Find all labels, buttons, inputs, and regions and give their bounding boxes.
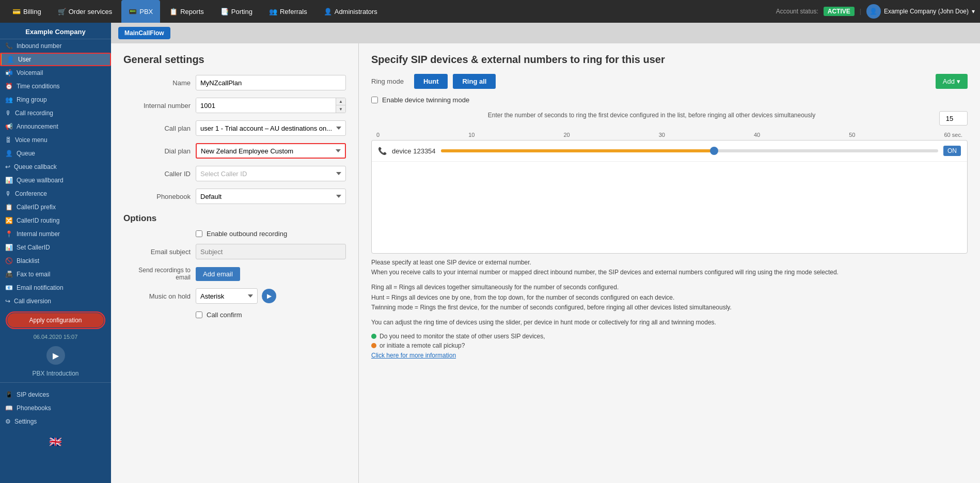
reports-icon: 📋 <box>169 8 178 15</box>
main-call-flow-button[interactable]: MainCallFlow <box>118 27 170 39</box>
conference-icon: 🎙 <box>5 190 11 197</box>
internal-number-row: Internal number ▲ ▼ <box>123 98 346 113</box>
apply-configuration-button[interactable]: Apply configuration <box>7 313 104 328</box>
sidebar-item-phonebooks[interactable]: 📖 Phonebooks <box>0 401 111 415</box>
sidebar-item-sip-devices[interactable]: 📱 SIP devices <box>0 388 111 401</box>
device-name: device 123354 <box>392 147 436 155</box>
sidebar-item-call-diversion[interactable]: ↪ Call diversion <box>0 294 111 308</box>
bullet-green-text: Do you need to monitor the state of othe… <box>380 333 545 340</box>
outbound-recording-row: Enable outbound recording <box>196 230 346 238</box>
nav-tab-order-services[interactable]: 🛒 Order services <box>51 0 120 23</box>
slider-fill <box>441 149 715 152</box>
music-on-hold-row: Music on hold Asterisk ▶ <box>123 288 346 304</box>
slider-thumb[interactable] <box>710 147 718 155</box>
sidebar-item-voicemail[interactable]: 📬 Voicemail <box>0 66 111 80</box>
bullet-orange-row: or initiate a remote call pickup? <box>371 342 968 349</box>
sidebar-item-set-callerid[interactable]: 📊 Set CallerID <box>0 241 111 254</box>
queue-icon: 👤 <box>5 150 13 157</box>
sidebar-timestamp: 06.04.2020 15:07 <box>0 333 111 343</box>
sidebar-item-internal-number[interactable]: 📍 Internal number <box>0 227 111 241</box>
sidebar-item-call-recording[interactable]: 🎙 Call recording <box>0 106 111 120</box>
sidebar-item-queue-callback[interactable]: ↩ Queue callback <box>0 160 111 174</box>
sidebar-company-name: Example Company <box>0 23 111 39</box>
bullet-green-row: Do you need to monitor the state of othe… <box>371 333 968 340</box>
nav-tab-pbx[interactable]: 📟 PBX <box>121 0 160 23</box>
phone-icon: 📞 <box>378 147 387 155</box>
sidebar-item-announcement[interactable]: 📢 Announcement <box>0 120 111 133</box>
call-plan-select[interactable]: user 1 - Trial account – AU destinations… <box>196 120 346 136</box>
sidebar-item-ring-group[interactable]: 👥 Ring group <box>0 93 111 106</box>
callerid-routing-icon: 🔀 <box>5 217 13 224</box>
sidebar-item-user[interactable]: 👤 User <box>0 53 111 66</box>
email-subject-label: Email subject <box>123 248 191 256</box>
caller-id-label: Caller ID <box>123 170 191 178</box>
dial-plan-select[interactable]: New Zeland Employee Custom <box>196 143 346 159</box>
phonebook-select[interactable]: Default <box>196 189 346 204</box>
music-on-hold-select[interactable]: Asterisk <box>196 288 258 304</box>
time-conditions-icon: ⏰ <box>5 83 13 90</box>
phonebook-row: Phonebook Default <box>123 189 346 204</box>
spinner-down-icon[interactable]: ▼ <box>336 105 345 113</box>
pbx-icon: 📟 <box>129 8 137 15</box>
options-title: Options <box>123 213 346 224</box>
right-panel-title: Specify SIP devices & external numbers t… <box>371 54 968 66</box>
green-bullet-icon <box>371 334 376 339</box>
sidebar-item-callerid-prefix[interactable]: 📋 CallerID prefix <box>0 200 111 214</box>
call-diversion-icon: ↪ <box>5 298 10 305</box>
ring-seconds-input[interactable] <box>939 111 968 126</box>
user-menu[interactable]: 👤 Example Company (John Doe) ▾ <box>866 4 975 19</box>
account-status-badge: ACTIVE <box>824 7 855 16</box>
email-subject-input[interactable] <box>196 244 346 259</box>
device-row: 📞 device 123354 ON <box>372 141 967 162</box>
ring-all-button[interactable]: Ring all <box>453 74 496 89</box>
queue-wallboard-icon: 📊 <box>5 177 13 184</box>
sidebar-item-callerid-routing[interactable]: 🔀 CallerID routing <box>0 214 111 227</box>
sidebar-item-conference[interactable]: 🎙 Conference <box>0 187 111 200</box>
sidebar-item-fax-to-email[interactable]: 📠 Fax to email <box>0 268 111 281</box>
orange-bullet-icon <box>371 343 376 348</box>
ring-first-desc: Enter the number of seconds to ring the … <box>371 111 932 120</box>
nav-tab-porting[interactable]: 📑 Porting <box>213 0 260 23</box>
name-input[interactable] <box>196 75 346 90</box>
call-recording-icon: 🎙 <box>5 110 11 117</box>
pbx-intro-play-button[interactable]: ▶ <box>46 346 65 365</box>
sidebar-item-queue-wallboard[interactable]: 📊 Queue wallboard <box>0 174 111 187</box>
more-info-link[interactable]: Click here for more information <box>371 352 456 359</box>
nav-tab-administrators[interactable]: 👤 Administrators <box>317 0 385 23</box>
nav-tab-billing[interactable]: 💳 Billing <box>5 0 49 23</box>
spinner-up-icon[interactable]: ▲ <box>336 98 345 105</box>
outbound-recording-checkbox[interactable] <box>196 230 202 237</box>
internal-number-input[interactable] <box>196 98 336 113</box>
nav-tab-reports[interactable]: 📋 Reports <box>162 0 211 23</box>
add-email-button[interactable]: Add email <box>196 267 240 281</box>
sidebar-item-blacklist[interactable]: 🚫 Blacklist <box>0 254 111 268</box>
internal-number-icon: 📍 <box>5 230 13 238</box>
billing-icon: 💳 <box>12 8 21 15</box>
twinning-checkbox[interactable] <box>371 97 378 103</box>
add-device-button[interactable]: Add ▾ <box>936 74 968 89</box>
sidebar-item-queue[interactable]: 👤 Queue <box>0 147 111 160</box>
sidebar-item-settings[interactable]: ⚙ Settings <box>0 415 111 428</box>
internal-number-input-wrapper: ▲ ▼ <box>196 98 346 113</box>
nav-tab-referrals[interactable]: 👥 Referrals <box>262 0 314 23</box>
slider-scale: 0 10 20 30 40 50 60 sec. <box>371 132 968 138</box>
announcement-icon: 📢 <box>5 123 13 130</box>
sidebar-item-email-notification[interactable]: 📧 Email notification <box>0 281 111 294</box>
device-card: 📞 device 123354 ON <box>371 140 968 254</box>
voicemail-icon: 📬 <box>5 69 13 76</box>
caller-id-select[interactable]: Select Caller ID <box>196 166 346 181</box>
call-confirm-checkbox[interactable] <box>196 311 202 318</box>
internal-number-spinner[interactable]: ▲ ▼ <box>336 98 345 113</box>
music-on-hold-play-button[interactable]: ▶ <box>262 289 276 303</box>
sidebar-item-voice-menu[interactable]: 🎛 Voice menu <box>0 133 111 147</box>
sidebar-item-inbound-number[interactable]: 📞 Inbound number <box>0 39 111 53</box>
device-slider[interactable] <box>441 146 938 156</box>
device-on-toggle[interactable]: ON <box>943 146 961 156</box>
top-navigation: 💳 Billing 🛒 Order services 📟 PBX 📋 Repor… <box>0 0 980 23</box>
sidebar-item-time-conditions[interactable]: ⏰ Time conditions <box>0 80 111 93</box>
twinning-row: Enable device twinning mode <box>371 96 968 104</box>
music-on-hold-label: Music on hold <box>123 292 191 300</box>
user-icon: 👤 <box>7 56 14 63</box>
hunt-button[interactable]: Hunt <box>414 74 448 89</box>
call-plan-row: Call plan user 1 - Trial account – AU de… <box>123 120 346 136</box>
